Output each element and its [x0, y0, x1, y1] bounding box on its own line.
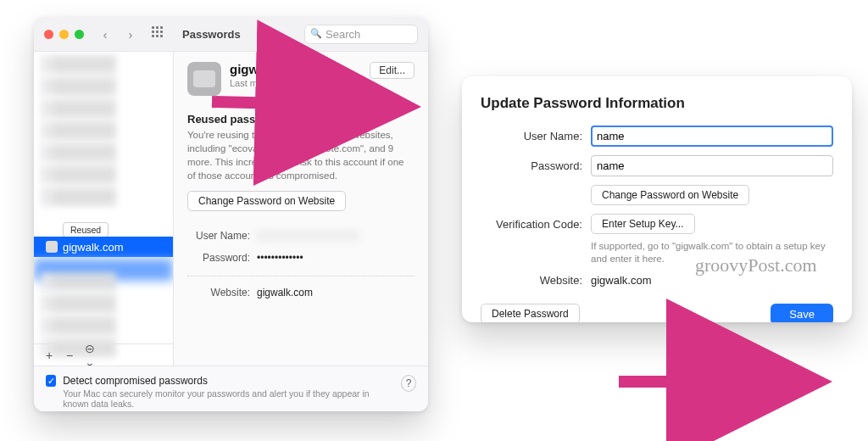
reused-heading: Reused password	[187, 113, 415, 126]
show-all-icon[interactable]	[152, 26, 167, 42]
site-icon	[46, 241, 58, 253]
reused-tag: Reused	[63, 222, 108, 237]
search-input[interactable]: Search	[304, 25, 418, 44]
footer-label: Detect compromised passwords	[63, 375, 394, 387]
sidebar-toolbar: + − ⊝ ⌄	[34, 343, 173, 366]
change-password-button-d[interactable]: Change Password on Website	[591, 185, 749, 205]
minimize-icon[interactable]	[59, 30, 69, 39]
back-button[interactable]: ‹	[96, 25, 114, 43]
add-button[interactable]: +	[41, 349, 58, 362]
remove-button[interactable]: −	[61, 349, 78, 362]
forward-button[interactable]: ›	[121, 25, 140, 43]
password-label: Password:	[187, 252, 257, 264]
password-value: •••••••••••••	[257, 252, 415, 264]
save-button[interactable]: Save	[771, 304, 833, 322]
verification-label: Verification Code:	[481, 218, 591, 231]
username-input[interactable]	[591, 126, 833, 147]
username-label-d: User Name:	[481, 130, 591, 142]
titlebar: ‹ › Passwords Search	[34, 17, 428, 52]
more-button[interactable]: ⊝ ⌄	[81, 342, 98, 366]
passwords-window: ‹ › Passwords Search Reused gigwalk.com …	[34, 17, 428, 411]
website-label: Website:	[187, 287, 257, 299]
username-label: User Name:	[187, 230, 257, 244]
help-button[interactable]: ?	[401, 375, 416, 392]
zoom-icon[interactable]	[75, 30, 84, 39]
reused-body: You're reusing this password on other we…	[187, 128, 415, 182]
site-avatar	[187, 62, 221, 96]
password-input[interactable]	[591, 155, 833, 176]
last-modified: Last modified 1/19/20	[230, 78, 319, 88]
sidebar-item-selected[interactable]: gigwalk.com	[34, 237, 173, 257]
footer: ✓ Detect compromised passwords Your Mac …	[34, 366, 428, 411]
close-icon[interactable]	[44, 30, 53, 39]
watermark: groovyPost.com	[695, 254, 817, 276]
footer-sub: Your Mac can securely monitor your passw…	[63, 388, 394, 409]
site-title: gigwalk.com	[230, 62, 319, 76]
update-password-dialog: Update Password Information User Name: P…	[462, 76, 852, 322]
enter-setup-key-button[interactable]: Enter Setup Key...	[591, 214, 695, 234]
detect-compromised-checkbox[interactable]: ✓	[46, 375, 56, 387]
dialog-title: Update Password Information	[481, 95, 833, 112]
change-password-button[interactable]: Change Password on Website	[187, 191, 346, 211]
delete-password-button[interactable]: Delete Password	[481, 304, 580, 322]
window-title: Passwords	[182, 28, 241, 41]
password-sidebar: Reused gigwalk.com + − ⊝ ⌄	[34, 52, 174, 366]
password-detail: gigwalk.com Last modified 1/19/20 Edit..…	[174, 52, 428, 366]
edit-button[interactable]: Edit...	[370, 62, 415, 79]
website-value: gigwalk.com	[257, 287, 415, 299]
window-controls	[44, 30, 84, 39]
password-label-d: Password:	[481, 159, 591, 172]
sidebar-item-label: gigwalk.com	[63, 241, 124, 254]
username-value	[257, 230, 359, 242]
website-label-d: Website:	[481, 274, 591, 287]
